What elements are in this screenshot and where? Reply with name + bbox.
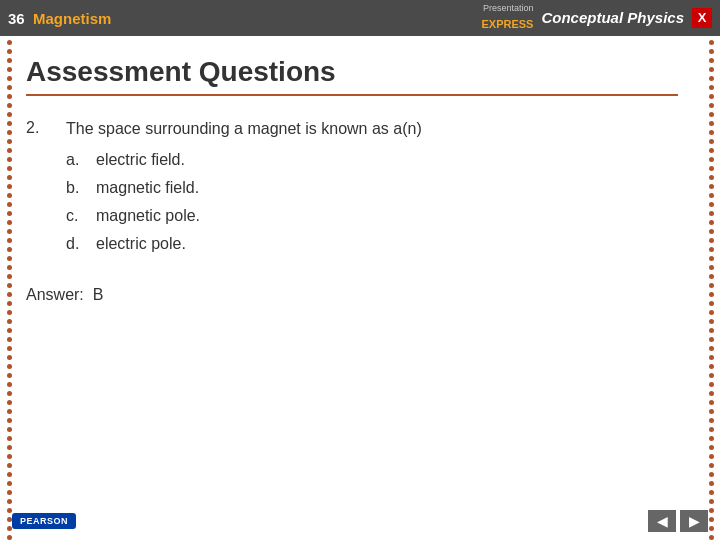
close-button[interactable]: X — [692, 8, 712, 28]
dot — [709, 526, 714, 531]
dot — [7, 292, 12, 297]
dot — [709, 166, 714, 171]
dot — [7, 49, 12, 54]
dot — [7, 391, 12, 396]
dot — [7, 211, 12, 216]
question-number: 2. — [26, 118, 50, 260]
dot — [7, 121, 12, 126]
dot — [7, 220, 12, 225]
dot — [709, 445, 714, 450]
dot — [709, 202, 714, 207]
dot — [7, 202, 12, 207]
chapter-number: 36 — [8, 10, 25, 27]
dot — [709, 94, 714, 99]
dot — [709, 310, 714, 315]
dot — [709, 517, 714, 522]
footer: PEARSON ◀ ▶ — [12, 510, 708, 532]
dot — [709, 409, 714, 414]
dot — [7, 184, 12, 189]
dot — [709, 490, 714, 495]
prev-button[interactable]: ◀ — [648, 510, 676, 532]
dot — [709, 481, 714, 486]
dot — [709, 76, 714, 81]
dot — [709, 274, 714, 279]
dot — [7, 346, 12, 351]
option-b-letter: b. — [66, 176, 86, 200]
option-c: c. magnetic pole. — [66, 204, 678, 228]
presentation-label: Presentation — [481, 4, 533, 14]
dot — [7, 337, 12, 342]
dot — [709, 499, 714, 504]
option-c-text: magnetic pole. — [96, 204, 200, 228]
pearson-logo: PEARSON — [12, 513, 76, 529]
dot — [709, 175, 714, 180]
option-a: a. electric field. — [66, 148, 678, 172]
dot — [709, 265, 714, 270]
dot — [7, 427, 12, 432]
dot — [7, 535, 12, 540]
dot — [7, 454, 12, 459]
dot — [7, 310, 12, 315]
dot — [7, 283, 12, 288]
dot — [7, 256, 12, 261]
dot — [7, 157, 12, 162]
dot — [709, 418, 714, 423]
dot — [709, 301, 714, 306]
dot — [709, 535, 714, 540]
dot — [709, 472, 714, 477]
option-d: d. electric pole. — [66, 232, 678, 256]
dot — [7, 445, 12, 450]
answer-line: Answer: B — [26, 286, 678, 304]
dot — [7, 490, 12, 495]
dot — [709, 229, 714, 234]
dot — [709, 436, 714, 441]
answer-label: Answer: — [26, 286, 84, 303]
dot — [7, 247, 12, 252]
dot — [709, 211, 714, 216]
dot — [709, 130, 714, 135]
dot — [7, 94, 12, 99]
dot — [7, 130, 12, 135]
dot — [7, 373, 12, 378]
dot — [709, 382, 714, 387]
dot — [7, 364, 12, 369]
dot — [709, 112, 714, 117]
dot — [7, 409, 12, 414]
dot — [7, 301, 12, 306]
dot — [709, 40, 714, 45]
dot — [7, 175, 12, 180]
brand-label: Conceptual Physics — [541, 9, 684, 26]
dot — [709, 355, 714, 360]
dot — [7, 436, 12, 441]
dot — [7, 382, 12, 387]
option-d-letter: d. — [66, 232, 86, 256]
dot — [709, 373, 714, 378]
dot — [7, 40, 12, 45]
dot — [709, 337, 714, 342]
dot — [709, 184, 714, 189]
option-b: b. magnetic field. — [66, 176, 678, 200]
dot — [709, 319, 714, 324]
dot — [709, 193, 714, 198]
content-area: Assessment Questions 2. The space surrou… — [18, 36, 702, 540]
dot — [709, 427, 714, 432]
dot — [709, 283, 714, 288]
header-bar: 36 Magnetism Presentation EXPRESS Concep… — [0, 0, 720, 36]
dot — [7, 58, 12, 63]
dot — [7, 265, 12, 270]
dot — [709, 121, 714, 126]
express-label: EXPRESS — [481, 18, 533, 30]
next-button[interactable]: ▶ — [680, 510, 708, 532]
dot — [7, 418, 12, 423]
dot — [7, 319, 12, 324]
dot — [7, 112, 12, 117]
dot — [7, 274, 12, 279]
dot — [709, 220, 714, 225]
question-block: 2. The space surrounding a magnet is kno… — [26, 118, 678, 260]
dot — [709, 58, 714, 63]
dot — [7, 526, 12, 531]
dot — [709, 247, 714, 252]
dot — [7, 508, 12, 513]
dot — [7, 139, 12, 144]
main-content: Assessment Questions 2. The space surrou… — [0, 36, 720, 540]
